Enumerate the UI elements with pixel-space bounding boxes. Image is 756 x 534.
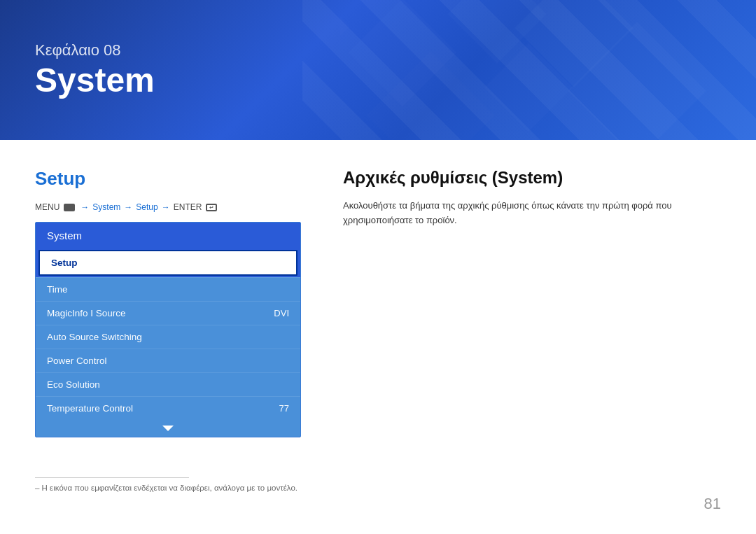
menu-item-setup-label: Setup <box>51 258 78 268</box>
page-heading: Αρχικές ρυθμίσεις (System) <box>343 168 721 188</box>
right-column: Αρχικές ρυθμίσεις (System) Ακολουθήστε τ… <box>343 168 721 437</box>
menu-item-magicinfo-value: DVI <box>274 308 289 318</box>
menu-item-eco-solution[interactable]: Eco Solution <box>36 372 300 396</box>
breadcrumb: MENU → System → Setup → ENTER ↵ <box>35 202 301 212</box>
header-banner: Κεφάλαιο 08 System <box>0 0 756 140</box>
menu-item-setup[interactable]: Setup <box>38 250 298 276</box>
footer-note: – Η εικόνα που εμφανίζεται ενδέχεται να … <box>35 477 721 492</box>
footer-text: – Η εικόνα που εμφανίζεται ενδέχεται να … <box>35 484 721 492</box>
menu-item-temperature-value: 77 <box>279 403 289 414</box>
left-column: Setup MENU → System → Setup → ENTER ↵ Sy… <box>35 168 301 437</box>
menu-icon <box>64 204 75 211</box>
section-title: Setup <box>35 168 301 190</box>
menu-item-temperature-label: Temperature Control <box>47 403 133 414</box>
menu-item-magicinfo-label: MagicInfo I Source <box>47 308 126 318</box>
header-text: Κεφάλαιο 08 System <box>35 41 155 99</box>
menu-item-temperature[interactable]: Temperature Control 77 <box>36 396 300 420</box>
main-content: Setup MENU → System → Setup → ENTER ↵ Sy… <box>0 140 756 451</box>
header-subtitle: Κεφάλαιο 08 <box>35 41 155 59</box>
page-number: 81 <box>704 495 721 513</box>
menu-item-power-control[interactable]: Power Control <box>36 349 300 372</box>
breadcrumb-enter: ENTER <box>174 202 202 212</box>
system-menu-header: System <box>36 223 300 248</box>
breadcrumb-menu: MENU <box>35 202 59 212</box>
decorative-diamonds <box>340 0 756 140</box>
menu-scroll-down[interactable] <box>36 420 300 437</box>
breadcrumb-system: System <box>92 202 120 212</box>
menu-item-power-control-label: Power Control <box>47 356 107 366</box>
enter-icon: ↵ <box>206 204 217 211</box>
menu-item-eco-solution-label: Eco Solution <box>47 379 100 390</box>
menu-item-auto-source-label: Auto Source Switching <box>47 332 142 342</box>
system-menu: System Setup Time MagicInfo I Source DVI… <box>35 222 301 437</box>
page-description: Ακολουθήστε τα βήματα της αρχικής ρύθμισ… <box>343 199 721 228</box>
breadcrumb-setup: Setup <box>136 202 158 212</box>
footer-divider <box>35 477 189 478</box>
menu-item-time[interactable]: Time <box>36 277 300 301</box>
menu-item-auto-source[interactable]: Auto Source Switching <box>36 325 300 349</box>
menu-item-time-label: Time <box>47 284 68 295</box>
header-title: System <box>35 62 155 99</box>
chevron-down-icon <box>162 426 174 431</box>
menu-item-magicinfo[interactable]: MagicInfo I Source DVI <box>36 301 300 325</box>
